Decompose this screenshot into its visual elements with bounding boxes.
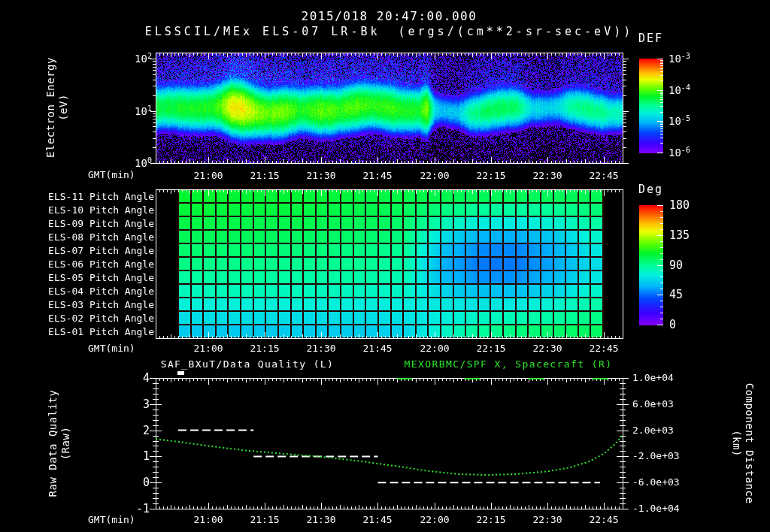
x-tick-label: 22:45 (581, 170, 626, 181)
colorbar2-title: Deg (638, 183, 663, 196)
panel3-left-series-title: SAF_BXuT/Data Quality (L) (153, 358, 341, 370)
x-tick-label: 22:45 (581, 343, 626, 354)
x-tick-label: 21:00 (186, 343, 231, 354)
units-label: (ergs/(cm**2-sr-sec-eV)) (380, 25, 634, 38)
y-tick-label: 1.0e+04 (632, 372, 674, 383)
panel3-right-y-axis-label-line2: (km) (730, 323, 743, 532)
x-tick-label: 22:30 (525, 343, 570, 354)
colorbar1-title: DEF (638, 32, 663, 45)
row-label: ELS-03 Pitch Angle (0, 299, 154, 310)
y-tick-label: 102 (0, 53, 152, 65)
x-tick-label: 22:00 (412, 343, 457, 354)
colorbar-tick-label: 10-5 (668, 115, 690, 127)
title-instrument-line: ELSSCIL/MEx ELS-07 LR-Bk(ergs/(cm**2-sr-… (80, 25, 698, 38)
colorbar-tick-label: 10-6 (668, 147, 690, 159)
y-tick-label: 2 (0, 424, 150, 437)
title-datetime: 2015/018 20:47:00.000 (156, 9, 623, 23)
row-label: ELS-11 Pitch Angle (0, 191, 154, 202)
row-label: ELS-05 Pitch Angle (0, 272, 154, 283)
row-label: ELS-07 Pitch Angle (0, 245, 154, 256)
x-tick-label: 22:30 (525, 514, 570, 525)
x-tick-label: 21:30 (299, 514, 344, 525)
y-tick-label: -1.0e+04 (632, 503, 680, 514)
x-tick-label: 22:00 (412, 514, 457, 525)
instrument-label: ELSSCIL/MEx ELS-07 LR-Bk (145, 25, 380, 38)
x-tick-label: 22:15 (468, 514, 514, 525)
colorbar-tick-label: 10-3 (668, 53, 690, 65)
x-tick-label: 22:00 (412, 170, 457, 181)
panel2-x-axis-label: GMT(min) (88, 343, 135, 354)
x-tick-label: 21:30 (299, 343, 344, 354)
x-tick-label: 21:00 (186, 514, 231, 525)
x-tick-label: 21:15 (242, 170, 287, 181)
colorbar-tick-label: 0 (669, 318, 676, 331)
row-label: ELS-02 Pitch Angle (0, 313, 154, 324)
row-label: ELS-04 Pitch Angle (0, 286, 154, 297)
colorbar-tick-label: 90 (669, 258, 683, 272)
y-tick-label: -1 (0, 502, 150, 515)
panel3-x-axis-label: GMT(min) (88, 514, 135, 525)
x-tick-label: 21:45 (355, 514, 400, 525)
y-tick-label: 1 (0, 449, 150, 463)
x-tick-label: 22:15 (468, 343, 514, 354)
row-label: ELS-09 Pitch Angle (0, 218, 154, 229)
panel3-right-series-title: MEXORBMC/SPF X, Spacecraft (R) (388, 358, 629, 370)
y-tick-label: -6.0e+03 (632, 476, 680, 488)
row-label: ELS-01 Pitch Angle (0, 326, 154, 337)
y-tick-label: 6.0e+03 (632, 398, 674, 410)
y-tick-label: 100 (0, 157, 152, 169)
plot-stage: 2015/018 20:47:00.000 ELSSCIL/MEx ELS-07… (0, 0, 770, 532)
x-tick-label: 21:45 (355, 343, 400, 354)
y-tick-label: 0 (0, 476, 150, 489)
x-tick-label: 22:30 (525, 170, 570, 181)
x-tick-label: 21:15 (242, 514, 287, 525)
panel3-right-y-axis-label-line1: Component Distance (743, 323, 756, 532)
x-tick-label: 21:30 (299, 170, 344, 181)
x-tick-label: 22:15 (468, 170, 514, 181)
panel1-x-axis-label: GMT(min) (88, 169, 135, 180)
colorbar-tick-label: 45 (669, 288, 683, 301)
row-label: ELS-06 Pitch Angle (0, 258, 154, 270)
colorbar-tick-label: 180 (669, 198, 690, 212)
row-label: ELS-08 Pitch Angle (0, 231, 154, 243)
row-label: ELS-10 Pitch Angle (0, 204, 154, 216)
panel3-right-y-axis-label: Component Distance (km) (729, 323, 756, 532)
y-tick-label: -2.0e+03 (632, 450, 680, 461)
colorbar-tick-label: 10-4 (668, 84, 690, 96)
x-tick-label: 22:45 (581, 514, 626, 525)
colorbar-tick-label: 135 (669, 228, 690, 242)
x-tick-label: 21:15 (242, 343, 287, 354)
x-tick-label: 21:45 (355, 170, 400, 181)
y-tick-label: 101 (0, 105, 152, 117)
x-tick-label: 21:00 (186, 170, 231, 181)
y-tick-label: 3 (0, 397, 150, 411)
y-tick-label: 2.0e+03 (632, 425, 674, 436)
y-tick-label: 4 (0, 371, 150, 385)
